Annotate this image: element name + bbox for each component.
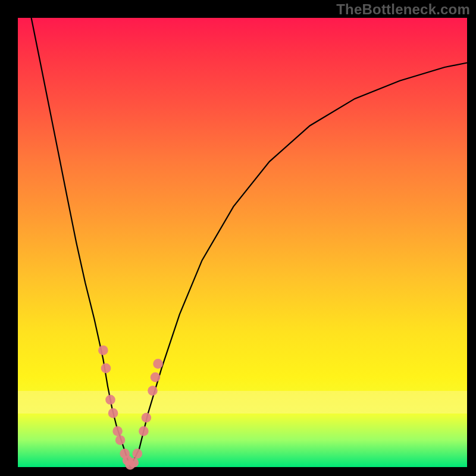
data-marker bbox=[142, 413, 152, 423]
data-marker bbox=[129, 458, 139, 468]
chart-frame: TheBottleneck.com bbox=[0, 0, 476, 476]
data-marker bbox=[112, 426, 123, 436]
data-marker bbox=[108, 408, 118, 418]
watermark-text: TheBottleneck.com bbox=[336, 1, 470, 18]
data-marker bbox=[151, 372, 161, 383]
data-marker bbox=[139, 426, 149, 436]
data-marker bbox=[105, 395, 115, 405]
data-marker bbox=[115, 435, 126, 445]
left-branch-line bbox=[32, 18, 130, 467]
data-marker bbox=[101, 364, 111, 374]
data-marker bbox=[148, 386, 158, 396]
plot-area bbox=[18, 18, 467, 467]
data-marker bbox=[153, 359, 163, 369]
markers-group bbox=[98, 345, 163, 469]
data-marker bbox=[98, 345, 108, 355]
data-marker bbox=[133, 449, 143, 459]
curve-svg bbox=[18, 18, 467, 467]
right-branch-line bbox=[130, 63, 467, 468]
